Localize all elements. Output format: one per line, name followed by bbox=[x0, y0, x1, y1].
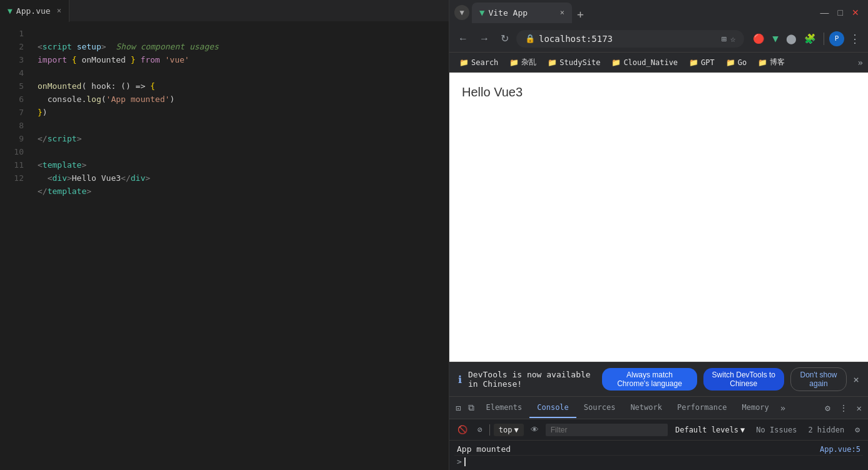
devtools-close-icon[interactable]: ✕ bbox=[853, 401, 865, 416]
bookmark-cloudnative[interactable]: 📁 Cloud_Native bbox=[606, 56, 683, 69]
devtools-tabs-bar: ⊡ ⧉ Elements Console Sources Network Per… bbox=[449, 397, 868, 419]
bookmark-label: StudySite bbox=[559, 58, 600, 67]
folder-icon: 📁 bbox=[726, 58, 735, 67]
devtools-tab-elements[interactable]: Elements bbox=[478, 398, 529, 418]
console-clear-icon[interactable]: 🚫 bbox=[454, 423, 471, 436]
folder-icon: 📁 bbox=[689, 58, 698, 67]
bookmark-label: 博客 bbox=[770, 57, 785, 68]
chrome-tab-close[interactable]: × bbox=[560, 8, 564, 17]
editor-tab-app-vue[interactable]: ▼ App.vue × bbox=[0, 0, 69, 22]
more-bookmarks-btn[interactable]: » bbox=[858, 58, 863, 68]
puzzle-icon[interactable]: 🧩 bbox=[802, 31, 819, 47]
line-num: 5 bbox=[0, 79, 24, 93]
bookmark-search[interactable]: 📁 Search bbox=[454, 56, 503, 69]
new-tab-btn[interactable]: + bbox=[572, 5, 589, 23]
line-num: 4 bbox=[0, 66, 24, 79]
bookmark-studysite[interactable]: 📁 StudySite bbox=[543, 56, 605, 69]
extensions-icon[interactable]: ▼ bbox=[770, 30, 781, 47]
address-icons: ⊞ ☆ bbox=[721, 34, 735, 44]
console-log-source[interactable]: App.vue:5 bbox=[820, 445, 860, 454]
console-block-icon[interactable]: ⊘ bbox=[474, 423, 486, 436]
folder-icon: 📁 bbox=[548, 58, 557, 67]
console-settings-icon[interactable]: ⚙ bbox=[852, 423, 863, 436]
devtools-console-output: App mounted App.vue:5 > bbox=[449, 441, 868, 470]
console-filter-input[interactable] bbox=[546, 424, 668, 436]
show-hint[interactable]: Show component usages bbox=[116, 42, 218, 51]
line-num: 11 bbox=[0, 158, 24, 171]
back-btn[interactable]: ← bbox=[454, 31, 472, 47]
devtools-tab-console[interactable]: Console bbox=[529, 398, 576, 418]
page-content: Hello Vue3 bbox=[449, 73, 868, 362]
line-num: 3 bbox=[0, 53, 24, 66]
devtools-more-icon[interactable]: ⋮ bbox=[835, 401, 852, 416]
url-text: localhost:5173 bbox=[539, 34, 717, 44]
code-content: <script setup> Show component usages imp… bbox=[30, 22, 449, 470]
devtools-dock-icon[interactable]: ⊡ bbox=[452, 401, 464, 416]
vite-favicon: ▼ bbox=[479, 8, 484, 18]
forward-btn[interactable]: → bbox=[476, 31, 493, 47]
console-eye-icon[interactable]: 👁 bbox=[528, 423, 542, 436]
notification-close-btn[interactable]: × bbox=[853, 374, 859, 386]
devtools-tab-network[interactable]: Network bbox=[623, 398, 670, 418]
chrome-win-controls: — □ ✕ bbox=[817, 6, 863, 19]
top-frame-chevron: ▼ bbox=[514, 426, 519, 434]
close-btn[interactable]: ✕ bbox=[848, 6, 863, 19]
devtools-right-icons: ⚙ ⋮ ✕ bbox=[821, 401, 865, 416]
devtools-settings-icon[interactable]: ⚙ bbox=[821, 401, 834, 416]
circle-icon[interactable]: ⬤ bbox=[784, 31, 799, 47]
line-num: 6 bbox=[0, 93, 24, 106]
switch-devtools-chinese-btn[interactable]: Switch DevTools to Chinese bbox=[703, 368, 784, 391]
minimize-btn[interactable]: — bbox=[817, 6, 833, 19]
line-num: 8 bbox=[0, 119, 24, 132]
line-num: 12 bbox=[0, 171, 24, 185]
more-devtools-tabs-btn[interactable]: » bbox=[777, 401, 789, 416]
bookmark-blog[interactable]: 📁 博客 bbox=[753, 55, 790, 69]
console-cursor bbox=[464, 457, 466, 466]
editor-tab-label: App.vue bbox=[16, 6, 51, 16]
tab-dropdown-btn[interactable]: ▼ bbox=[454, 5, 469, 20]
folder-icon: 📁 bbox=[611, 58, 621, 67]
hidden-count-badge: 2 hidden bbox=[804, 424, 848, 436]
chrome-tab-title: Vite App bbox=[488, 8, 528, 18]
bookmark-label: Go bbox=[738, 58, 747, 67]
browser-panel: ▼ ▼ Vite App × + — □ ✕ ← → ↻ 🔒 localhost… bbox=[449, 0, 868, 470]
bookmark-zalan[interactable]: 📁 杂乱 bbox=[504, 55, 541, 69]
address-bar-row: ← → ↻ 🔒 localhost:5173 ⊞ ☆ 🔴 ▼ ⬤ 🧩 P ⋮ bbox=[449, 25, 868, 53]
bookmark-label: GPT bbox=[701, 58, 715, 67]
devtools-tab-memory[interactable]: Memory bbox=[734, 398, 776, 418]
chrome-tab-vite[interactable]: ▼ Vite App × bbox=[472, 3, 572, 23]
browser-action-icons: 🔴 ▼ ⬤ 🧩 P ⋮ bbox=[750, 29, 863, 48]
dont-show-again-btn[interactable]: Don't show again bbox=[790, 367, 847, 391]
divider bbox=[489, 424, 490, 436]
reload-btn[interactable]: ↻ bbox=[497, 30, 513, 47]
more-options-btn[interactable]: ⋮ bbox=[847, 29, 863, 48]
devtools-tab-sources[interactable]: Sources bbox=[576, 398, 623, 418]
devtools-notification: ℹ DevTools is now available in Chinese! … bbox=[449, 362, 868, 396]
lock-icon: 🔒 bbox=[525, 34, 535, 43]
tab-close-btn[interactable]: × bbox=[57, 6, 61, 15]
devtools-console-bar: 🚫 ⊘ top ▼ 👁 Default levels ▼ No Issues 2… bbox=[449, 419, 868, 441]
restore-btn[interactable]: □ bbox=[834, 6, 847, 19]
chrome-title-bar: ▼ ▼ Vite App × + — □ ✕ bbox=[449, 0, 868, 25]
console-log-row: App mounted App.vue:5 bbox=[454, 443, 863, 456]
translate-icon[interactable]: ⊞ bbox=[721, 34, 726, 44]
devtools-tab-performance[interactable]: Performance bbox=[670, 398, 734, 418]
console-log-text: App mounted bbox=[457, 444, 511, 454]
bookmark-star-icon[interactable]: ☆ bbox=[730, 34, 735, 44]
editor-code-area: 1 2 3 4 5 6 7 8 9 10 11 12 <script setup… bbox=[0, 22, 449, 470]
default-levels-label: Default levels bbox=[675, 426, 738, 434]
folder-icon: 📁 bbox=[509, 58, 519, 67]
bookmark-gpt[interactable]: 📁 GPT bbox=[684, 56, 720, 69]
bookmark-go[interactable]: 📁 Go bbox=[721, 56, 752, 69]
top-frame-selector[interactable]: top ▼ bbox=[494, 424, 524, 436]
no-issues-badge: No Issues bbox=[752, 424, 800, 436]
always-match-language-btn[interactable]: Always match Chrome's language bbox=[602, 368, 697, 391]
profile-avatar[interactable]: P bbox=[829, 31, 844, 46]
devtools-responsive-icon[interactable]: ⧉ bbox=[464, 400, 478, 416]
default-levels-btn[interactable]: Default levels ▼ bbox=[671, 424, 748, 436]
address-bar[interactable]: 🔒 localhost:5173 ⊞ ☆ bbox=[516, 30, 744, 48]
default-levels-chevron: ▼ bbox=[740, 426, 745, 434]
line-num: 2 bbox=[0, 40, 24, 53]
console-prompt: > bbox=[454, 456, 863, 467]
bookmarks-bar: 📁 Search 📁 杂乱 📁 StudySite 📁 Cloud_Native… bbox=[449, 53, 868, 73]
